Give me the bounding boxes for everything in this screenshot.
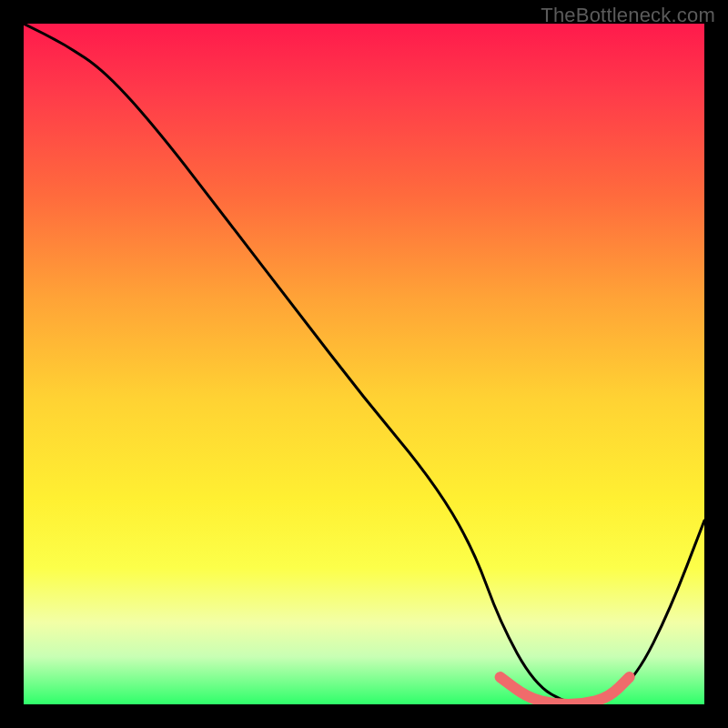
bottleneck-curve-line xyxy=(24,24,704,704)
chart-svg xyxy=(24,24,704,704)
chart-frame xyxy=(24,24,704,704)
optimal-band-line xyxy=(500,677,630,704)
